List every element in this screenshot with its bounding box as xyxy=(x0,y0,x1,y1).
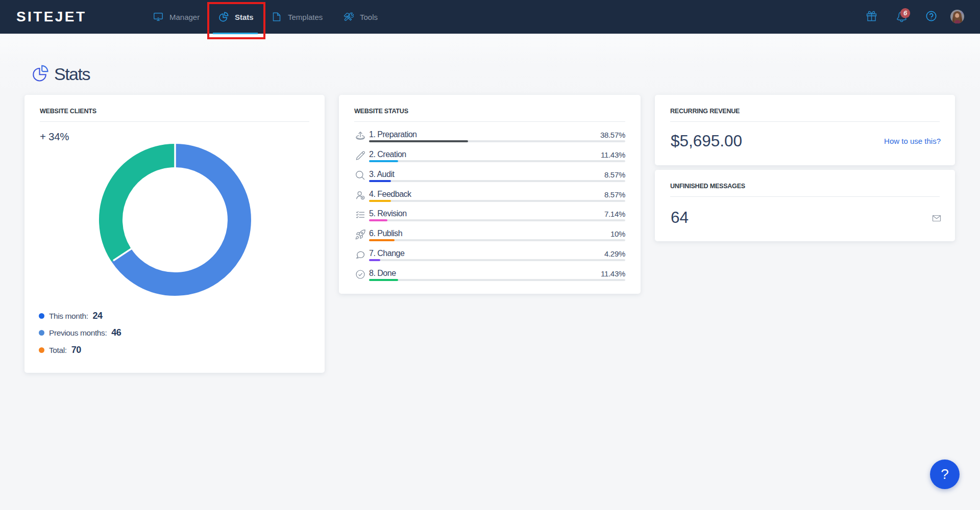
svg-text:6: 6 xyxy=(903,9,908,17)
